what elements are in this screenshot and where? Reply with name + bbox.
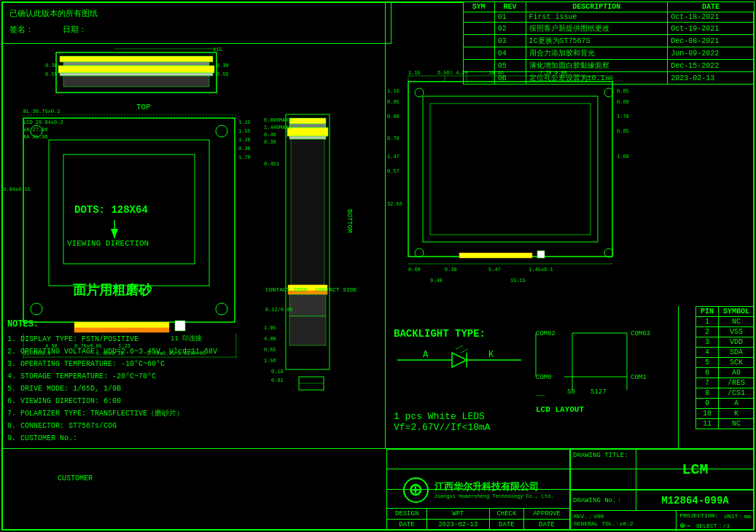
- svg-text:7.78    9.05: 7.78 9.05: [539, 70, 567, 76]
- proj-info: PROJECTION:: [679, 512, 718, 520]
- svg-text:0.451: 0.451: [264, 161, 279, 167]
- drawing-info-block: DRAWING TITLE: LCM DRAWING No.： M12864-0…: [570, 449, 755, 531]
- rev-header-sym: SYM: [464, 2, 495, 12]
- proj-symbol: ⊕→: [679, 520, 690, 531]
- company-name-cn: 江西华尔升科技有限公司: [434, 480, 554, 493]
- pin-num-9: 9: [695, 399, 718, 409]
- pin-row-9: 9 A: [695, 399, 754, 409]
- pin-sym-4: SDA: [718, 348, 754, 358]
- svg-text:0.40: 0.40: [264, 132, 276, 138]
- svg-text:K: K: [488, 350, 494, 360]
- svg-text:0.57: 0.57: [387, 168, 400, 174]
- svg-text:CONTACT SIDE: CONTACT SIDE: [315, 286, 357, 293]
- svg-text:10.96: 10.96: [488, 70, 504, 76]
- dcba-check-date: DATE: [489, 520, 524, 531]
- pin-num-6: 6: [695, 368, 718, 378]
- svg-rect-4: [58, 66, 214, 73]
- dcba-wpt-label: WPT: [427, 509, 489, 520]
- svg-rect-86: [537, 251, 545, 258]
- select-info: SELECT：/1: [696, 522, 730, 530]
- note-2: 2. OPERATING VOLTAGE: VDD=2.6~3.45V, Vlc…: [7, 345, 217, 358]
- pin-num-11: 11: [695, 419, 718, 429]
- svg-text:0.36: 0.36: [238, 146, 251, 152]
- svg-text:1.68: 1.68: [617, 154, 629, 160]
- pin-row-6: 6 A0: [695, 368, 754, 378]
- svg-text:0.70: 0.70: [387, 136, 400, 141]
- svg-rect-57: [291, 139, 324, 285]
- pin-row-4: 4 SDA: [695, 348, 754, 358]
- svg-text:S0: S0: [567, 388, 575, 396]
- pin-num-4: 4: [695, 348, 718, 358]
- dcba-check-label: CHECK: [489, 509, 524, 520]
- svg-rect-3: [63, 62, 209, 66]
- bottom-divider: [1, 448, 755, 449]
- pin-row-3: 3 VDD: [695, 337, 754, 348]
- svg-text:TOP: TOP: [136, 103, 151, 112]
- svg-text:6.56= 4.20: 6.56= 4.20: [437, 70, 468, 76]
- svg-text:0.60: 0.60: [408, 267, 421, 273]
- face-plate-note: 面片用粗磨砂: [73, 281, 152, 299]
- svg-rect-78: [408, 82, 612, 257]
- rev-sym-1: [464, 12, 495, 23]
- svg-rect-80: [430, 103, 591, 235]
- pin-num-5: 5: [695, 358, 718, 368]
- svg-text:COM62: COM62: [536, 330, 556, 337]
- svg-point-82: [415, 88, 424, 97]
- rev-desc-2: 按照客户新提供图纸更改: [526, 23, 668, 35]
- drawing-no-label: DRAWING No.：: [571, 490, 636, 510]
- svg-text:BOTTOM: BOTTOM: [346, 209, 353, 232]
- pin-sym-11: NC: [718, 419, 754, 429]
- led-text: 1 pcs White LEDS: [394, 411, 532, 422]
- company-name-en: Jiangxi Huaersheng Technology Co., Ltd.: [434, 493, 554, 499]
- svg-text:0.30: 0.30: [217, 63, 229, 69]
- svg-text:1.70: 1.70: [617, 114, 629, 120]
- svg-text:1.15: 1.15: [387, 88, 400, 94]
- rev-sym-2: [464, 23, 495, 35]
- note-5: 5. DRIVE MODE: 1/65D, 1/9B: [7, 383, 217, 395]
- pin-num-8: 8: [695, 388, 718, 399]
- pin-sym-10: K: [718, 409, 754, 419]
- note-4: 4. STORAGE TEMPERATURE: -20°C~70°C: [7, 370, 217, 383]
- svg-text:BL 38.75±0.2: BL 38.75±0.2: [23, 109, 60, 114]
- backlight-circuit-svg: A K: [394, 345, 525, 404]
- vertical-divider-main: [385, 1, 386, 449]
- rev-date-1: Oct-18-2021: [668, 12, 755, 23]
- vertical-divider-pin: [678, 306, 679, 449]
- customer-label: CUSTOMER: [58, 474, 93, 482]
- svg-text:15.15: 15.15: [510, 278, 526, 283]
- svg-rect-2: [60, 56, 213, 62]
- pin-sym-7: /RES: [718, 378, 754, 388]
- note-7: 7. POLARIZER TYPE: TRANSFLECTIVE（磨砂片）: [7, 407, 217, 420]
- dcba-approve-date: DATE: [524, 520, 570, 531]
- backlight-section: BACKLIGHT TYPE: A K 1 pcs White LEDS Vf=…: [394, 328, 532, 433]
- unit-info: UNIT：mm: [724, 512, 751, 520]
- svg-text:4.00: 4.00: [264, 336, 276, 342]
- svg-text:0.85: 0.85: [617, 88, 629, 94]
- pin-sym-2: VSS: [718, 327, 754, 337]
- dcba-date-label: DATE: [387, 520, 427, 531]
- drawing-title-value: LCM: [636, 461, 754, 478]
- svg-rect-5: [60, 73, 213, 76]
- svg-line-124: [456, 345, 463, 349]
- svg-marker-119: [452, 353, 467, 367]
- svg-text:VA 27.96: VA 27.96: [23, 127, 48, 133]
- pin-num-2: 2: [695, 327, 718, 337]
- dcba-table: DESIGN WPT CHECK APPROVE DATE 2023-02-13…: [386, 508, 570, 531]
- svg-rect-81: [459, 253, 532, 258]
- company-logo: ⊕: [403, 477, 429, 503]
- note-3: 3. OPERATING TEMPERATURE: -10°C~60°C: [7, 358, 217, 370]
- notes-section: NOTES: 1. DISPLAY TYPE: FSTN/POSITIVE 2.…: [7, 318, 217, 445]
- svg-text:0.55: 0.55: [217, 71, 229, 77]
- pin-num-1: 1: [695, 317, 718, 327]
- svg-text:6.30: 6.30: [445, 267, 457, 273]
- svg-text:3.84±0.15: 3.84±0.15: [3, 187, 31, 192]
- svg-text:0.55: 0.55: [45, 71, 58, 77]
- pin-header-sym: SYMBOL: [718, 307, 754, 317]
- svg-text:6.800MAX0: 6.800MAX0: [264, 117, 292, 123]
- bottom-h-divider-2: [386, 469, 755, 469]
- pin-sym-1: NC: [718, 317, 754, 327]
- dcba-date-value: 2023-02-13: [427, 520, 489, 531]
- svg-text:COM0: COM0: [536, 374, 552, 381]
- pin-sym-6: A0: [718, 368, 754, 378]
- svg-text:0.60: 0.60: [387, 114, 400, 120]
